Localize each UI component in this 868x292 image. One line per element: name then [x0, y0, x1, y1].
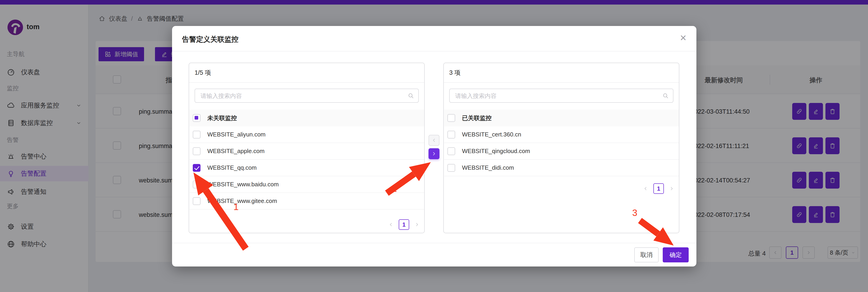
- unlinked-monitor-panel: 1/5 项 未关联监控 WEBSITE_aliyun.com WEBSITE_a…: [189, 63, 425, 233]
- chevron-left-icon[interactable]: [643, 185, 649, 192]
- chevron-right-icon: [431, 151, 437, 157]
- item-label: WEBSITE_didi.com: [462, 164, 514, 171]
- transfer-list-item[interactable]: WEBSITE_www.baidu.com: [190, 176, 424, 193]
- item-checkbox[interactable]: [193, 147, 200, 155]
- right-search-input[interactable]: [455, 89, 645, 103]
- item-checkbox[interactable]: [193, 197, 200, 205]
- item-checkbox[interactable]: [193, 131, 200, 139]
- confirm-button[interactable]: 确定: [663, 247, 689, 262]
- panel-divider: [189, 82, 424, 83]
- item-label: WEBSITE_cert.360.cn: [462, 131, 521, 138]
- search-icon: [662, 92, 669, 99]
- group-checkbox-indeterminate[interactable]: [193, 114, 200, 122]
- transfer-list-item[interactable]: WEBSITE_aliyun.com: [190, 126, 424, 143]
- group-checkbox[interactable]: [447, 114, 455, 122]
- move-left-button[interactable]: [429, 135, 439, 146]
- item-checkbox-checked[interactable]: [193, 164, 200, 172]
- chevron-right-icon[interactable]: [414, 222, 420, 228]
- left-group-header: 未关联监控: [190, 110, 424, 126]
- transfer-list-item[interactable]: WEBSITE_apple.com: [190, 143, 424, 160]
- cancel-button[interactable]: 取消: [634, 247, 659, 262]
- linked-monitor-panel: 3 项 已关联监控 WEBSITE_cert.360.cn WEBSITE_qi…: [443, 63, 679, 233]
- transfer-list-item[interactable]: WEBSITE_www.gitee.com: [190, 193, 424, 209]
- right-panel-page[interactable]: 1: [653, 183, 664, 194]
- right-group-label: 已关联监控: [462, 114, 492, 122]
- left-group-label: 未关联监控: [207, 114, 237, 122]
- left-search-box: [194, 89, 419, 103]
- modal-footer-divider: [172, 243, 696, 243]
- item-label: WEBSITE_apple.com: [207, 148, 265, 155]
- item-label: WEBSITE_qingcloud.com: [462, 148, 530, 155]
- panel-divider: [444, 82, 679, 83]
- chevron-left-icon: [431, 137, 437, 143]
- right-panel-pager: 1: [643, 183, 675, 194]
- left-search-input[interactable]: [200, 89, 391, 103]
- right-panel-count: 3 项: [449, 63, 461, 82]
- item-label: WEBSITE_aliyun.com: [207, 131, 266, 138]
- associate-monitor-modal: 告警定义关联监控 × 1/5 项 未关联监控 WEBSITE_aliyun.co…: [172, 26, 696, 266]
- item-checkbox[interactable]: [447, 131, 455, 139]
- transfer-list-item[interactable]: WEBSITE_qingcloud.com: [444, 143, 679, 160]
- search-icon: [407, 92, 414, 99]
- left-panel-pager: 1: [388, 220, 420, 230]
- item-label: WEBSITE_www.gitee.com: [207, 198, 277, 205]
- transfer-list-item[interactable]: WEBSITE_didi.com: [444, 160, 679, 176]
- chevron-right-icon[interactable]: [669, 185, 675, 192]
- item-checkbox[interactable]: [447, 164, 455, 172]
- item-label: WEBSITE_www.baidu.com: [207, 181, 279, 188]
- transfer-list-item[interactable]: WEBSITE_cert.360.cn: [444, 126, 679, 143]
- left-panel-count: 1/5 项: [194, 63, 211, 82]
- item-checkbox[interactable]: [193, 181, 200, 188]
- left-panel-page[interactable]: 1: [399, 220, 409, 230]
- right-group-header: 已关联监控: [444, 110, 679, 126]
- modal-header-divider: [172, 51, 696, 52]
- right-search-box: [449, 89, 674, 103]
- modal-title: 告警定义关联监控: [182, 35, 239, 44]
- transfer-list-item[interactable]: WEBSITE_qq.com: [190, 160, 424, 176]
- item-checkbox[interactable]: [447, 147, 455, 155]
- chevron-left-icon[interactable]: [388, 222, 394, 228]
- move-right-button[interactable]: [429, 148, 439, 159]
- item-label: WEBSITE_qq.com: [207, 164, 257, 171]
- close-icon[interactable]: ×: [680, 32, 686, 43]
